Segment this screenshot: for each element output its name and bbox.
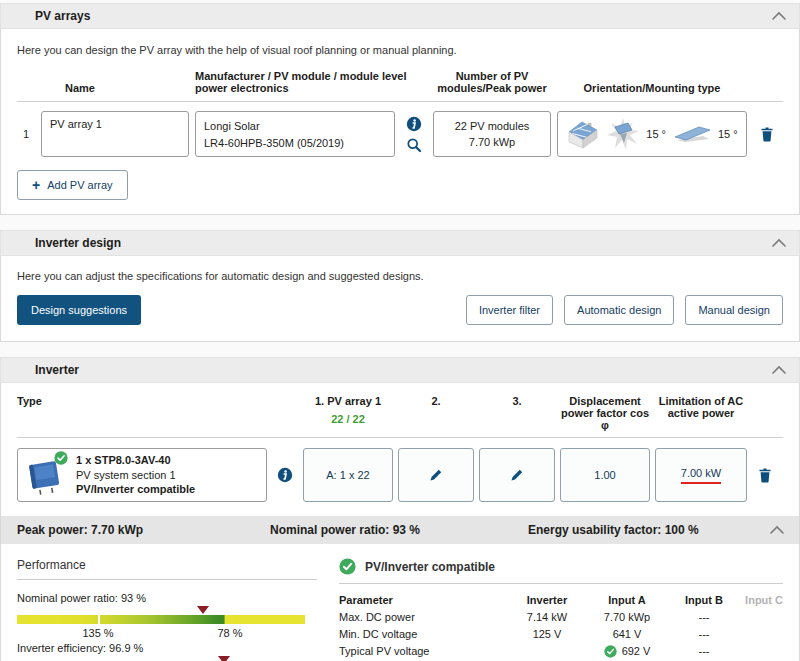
manual-design-button[interactable]: Manual design bbox=[685, 295, 783, 325]
pv-design-page: PV arrays Here you can design the PV arr… bbox=[0, 0, 800, 661]
azimuth-compass-icon bbox=[607, 118, 639, 150]
inverter-filter-button[interactable]: Inverter filter bbox=[466, 295, 553, 325]
inverter-type-box[interactable]: 1 x STP8.0-3AV-40 PV system section 1 PV… bbox=[17, 448, 267, 502]
bar1-tick-right: 78 % bbox=[217, 627, 242, 639]
cos-phi-box[interactable]: 1.00 bbox=[560, 448, 650, 502]
add-pv-array-button[interactable]: + Add PV array bbox=[17, 170, 128, 200]
inverter-design-header: Inverter design bbox=[0, 230, 800, 256]
array2-edit-box[interactable] bbox=[398, 448, 474, 502]
pv-arrays-header: PV arrays bbox=[0, 3, 800, 29]
peak-power: 7.70 kWp bbox=[469, 134, 515, 151]
inverter-title: Inverter bbox=[35, 363, 79, 377]
modules-count: 22 PV modules bbox=[455, 118, 530, 135]
ac-limit-box[interactable]: 7.00 kW bbox=[655, 448, 747, 502]
pv-arrays-description: Here you can design the PV array with th… bbox=[17, 44, 783, 56]
nominal-power-ratio-label: Nominal power ratio: 93 % bbox=[17, 592, 317, 604]
column-2: 2. bbox=[398, 395, 474, 407]
row-index: 1 bbox=[17, 128, 35, 140]
delete-inverter-icon[interactable] bbox=[752, 467, 778, 483]
module-select[interactable]: Longi Solar LR4-60HPB-350M (05/2019) bbox=[195, 111, 395, 157]
pv-arrays-section: PV arrays Here you can design the PV arr… bbox=[0, 3, 800, 215]
column-count: Number of PV modules/Peak power bbox=[433, 70, 551, 94]
column-module: Manufacturer / PV module / module level … bbox=[195, 70, 427, 94]
inverter-info-icon[interactable] bbox=[277, 467, 293, 483]
pv-array-row: 1 PV array 1 Longi Solar LR4-60HPB-350M … bbox=[17, 111, 783, 157]
design-suggestions-button[interactable]: Design suggestions bbox=[17, 295, 141, 325]
inverter-table-header: Type 1. PV array 1 22 / 22 2. 3. Displac… bbox=[17, 395, 783, 438]
ac-limit-value: 7.00 kW bbox=[681, 467, 721, 484]
compatible-check-icon bbox=[339, 558, 356, 575]
azimuth-value: 15 ° bbox=[646, 128, 666, 140]
peak-power-summary: Peak power: 7.70 kWp bbox=[17, 523, 270, 537]
inverter-design-section: Inverter design Here you can adjust the … bbox=[0, 230, 800, 342]
array1-config-box[interactable]: A: 1 x 22 bbox=[303, 448, 393, 502]
column-ac-limit: Limitation of AC active power bbox=[655, 395, 747, 419]
module-count-box[interactable]: 22 PV modules 7.70 kWp bbox=[433, 111, 551, 157]
compatible-check-icon bbox=[54, 451, 68, 465]
pv-arrays-body: Here you can design the PV array with th… bbox=[0, 29, 800, 215]
table-row: Max. DC power 7.14 kW 7.70 kWp --- bbox=[339, 609, 783, 626]
orientation-box[interactable]: 15 ° 15 ° bbox=[557, 111, 747, 157]
bar-marker bbox=[197, 606, 209, 614]
inverter-efficiency-label: Inverter efficiency: 96.9 % bbox=[17, 642, 317, 654]
roof-planning-icon bbox=[566, 119, 600, 149]
module-search-icon[interactable] bbox=[406, 137, 422, 153]
inverter-efficiency-bar: 90 % 100 % bbox=[17, 656, 317, 661]
column-type: Type bbox=[17, 395, 267, 407]
column-array1: 1. PV array 1 bbox=[303, 395, 393, 407]
collapse-chevron-icon[interactable] bbox=[771, 364, 787, 376]
performance-title: Performance bbox=[17, 558, 317, 580]
inverter-row: 1 x STP8.0-3AV-40 PV system section 1 PV… bbox=[17, 448, 783, 502]
inverter-design-body: Here you can adjust the specifications f… bbox=[0, 256, 800, 342]
inverter-detail-panel: Performance Nominal power ratio: 93 % 13… bbox=[1, 544, 799, 661]
delete-array-icon[interactable] bbox=[753, 126, 781, 142]
tilt-panel-icon bbox=[673, 125, 711, 143]
compatibility-status: PV/Inverter compatible bbox=[76, 482, 195, 497]
bar1-tick-left: 135 % bbox=[82, 627, 113, 639]
bar-marker bbox=[218, 656, 230, 661]
inverter-summary-bar: Peak power: 7.70 kWp Nominal power ratio… bbox=[1, 516, 799, 544]
compatibility-table-header: Parameter Inverter Input A Input B Input… bbox=[339, 592, 783, 609]
collapse-chevron-icon[interactable] bbox=[771, 10, 787, 22]
energy-usability-summary: Energy usability factor: 100 % bbox=[528, 523, 769, 537]
inverter-device-image bbox=[26, 453, 66, 497]
inverter-header: Inverter bbox=[0, 357, 800, 383]
pv-system-section: PV system section 1 bbox=[76, 468, 195, 483]
table-row: Min. DC voltage 125 V 641 V --- bbox=[339, 626, 783, 643]
tilt-value: 15 ° bbox=[718, 128, 738, 140]
edit-pencil-icon bbox=[509, 467, 525, 483]
inverter-design-description: Here you can adjust the specifications f… bbox=[17, 270, 783, 282]
compatibility-title: PV/Inverter compatible bbox=[365, 560, 495, 574]
ok-check-icon bbox=[604, 645, 617, 658]
pv-arrays-table-header: Name Manufacturer / PV module / module l… bbox=[17, 56, 783, 102]
array3-edit-box[interactable] bbox=[479, 448, 555, 502]
pv-arrays-title: PV arrays bbox=[35, 9, 90, 23]
module-info-icon[interactable] bbox=[406, 116, 422, 132]
compatibility-panel: PV/Inverter compatible Parameter Inverte… bbox=[339, 558, 783, 661]
automatic-design-button[interactable]: Automatic design bbox=[564, 295, 674, 325]
array-name-input[interactable]: PV array 1 bbox=[41, 111, 189, 157]
module-model: LR4-60HPB-350M (05/2019) bbox=[204, 135, 386, 152]
table-row: Typical PV voltage 692 V --- bbox=[339, 643, 783, 660]
collapse-chevron-icon[interactable] bbox=[771, 237, 787, 249]
nominal-power-ratio-summary: Nominal power ratio: 93 % bbox=[270, 523, 528, 537]
module-manufacturer: Longi Solar bbox=[204, 118, 386, 135]
edit-pencil-icon bbox=[428, 467, 444, 483]
column-cos-phi: Displacement power factor cos φ bbox=[560, 395, 650, 431]
array1-module-count: 22 / 22 bbox=[303, 413, 393, 425]
inverter-section: Inverter Type 1. PV array 1 22 / 22 2. 3… bbox=[0, 357, 800, 661]
inverter-design-title: Inverter design bbox=[35, 236, 121, 250]
column-name: Name bbox=[41, 82, 189, 94]
plus-icon: + bbox=[32, 180, 40, 190]
column-orientation: Orientation/Mounting type bbox=[557, 82, 747, 94]
performance-panel: Performance Nominal power ratio: 93 % 13… bbox=[17, 558, 317, 661]
collapse-chevron-icon[interactable] bbox=[769, 524, 785, 536]
column-3: 3. bbox=[479, 395, 555, 407]
nominal-power-ratio-bar: 135 % 78 % bbox=[17, 606, 317, 642]
inverter-model: 1 x STP8.0-3AV-40 bbox=[76, 453, 195, 468]
inverter-body: Type 1. PV array 1 22 / 22 2. 3. Displac… bbox=[0, 383, 800, 661]
